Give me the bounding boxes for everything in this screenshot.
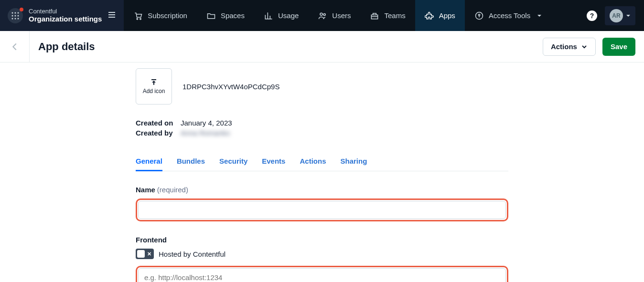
button-label: Actions <box>551 42 577 51</box>
meta-created-by: Created by Anna Romanko <box>136 129 508 137</box>
help-button[interactable]: ? <box>587 10 597 21</box>
nav-label: Usage <box>278 11 299 20</box>
teams-icon <box>370 11 379 21</box>
brand-text: Contentful Organization settings <box>29 8 102 24</box>
meta-value: Anna Romanko <box>181 129 230 137</box>
actions-dropdown-button[interactable]: Actions <box>543 38 596 56</box>
topbar-right: ? AR <box>587 6 644 25</box>
hosted-toggle[interactable]: ✕ <box>136 249 154 259</box>
back-button[interactable] <box>0 31 30 62</box>
svg-point-12 <box>137 18 138 19</box>
chevron-left-icon <box>10 42 20 52</box>
add-icon-button[interactable]: Add icon <box>136 68 172 104</box>
nav-spaces[interactable]: Spaces <box>197 0 254 31</box>
frontend-field-group: Frontend ✕ Hosted by Contentful Only req… <box>136 236 508 282</box>
app-id: 1DRPC3hvXYvtW4oPCdCp9S <box>182 83 279 91</box>
upload-icon <box>150 78 158 86</box>
menu-toggle-button[interactable] <box>107 10 116 21</box>
svg-point-14 <box>320 13 322 15</box>
name-field-group: Name (required) <box>136 186 508 221</box>
add-icon-label: Add icon <box>143 88 165 94</box>
users-icon <box>318 11 327 21</box>
svg-point-7 <box>15 18 16 19</box>
svg-point-6 <box>12 18 13 19</box>
save-button[interactable]: Save <box>602 38 635 56</box>
brand-line1: Contentful <box>29 8 102 15</box>
svg-point-15 <box>323 13 325 15</box>
chevron-down-icon <box>581 43 588 50</box>
toggle-knob <box>137 250 145 258</box>
app-header-row: Add icon 1DRPC3hvXYvtW4oPCdCp9S <box>136 68 508 104</box>
brand-line2: Organization settings <box>29 15 102 23</box>
chevron-down-icon <box>537 13 542 18</box>
label-text: Frontend <box>136 236 167 244</box>
cart-icon <box>133 11 143 21</box>
avatar: AR <box>610 9 623 22</box>
main-content: Add icon 1DRPC3hvXYvtW4oPCdCp9S Created … <box>136 63 508 282</box>
svg-point-13 <box>140 18 141 19</box>
hosted-label: Hosted by Contentful <box>159 250 225 258</box>
meta-label: Created on <box>136 119 177 127</box>
svg-point-3 <box>12 15 13 16</box>
nav-teams[interactable]: Teams <box>360 0 415 31</box>
chart-icon <box>264 11 273 21</box>
nav-items: Subscription Spaces Usage Users Teams Ap… <box>124 0 551 31</box>
tabs: General Bundles Security Events Actions … <box>136 151 508 171</box>
url-input-highlight <box>136 266 508 282</box>
button-label: Save <box>611 42 627 51</box>
name-input-highlight <box>136 198 508 221</box>
svg-point-8 <box>18 18 19 19</box>
meta-value: January 4, 2023 <box>181 119 232 127</box>
tab-events[interactable]: Events <box>262 151 285 171</box>
nav-label: Access Tools <box>489 11 530 20</box>
subheader: App details Actions Save <box>0 31 644 63</box>
nav-label: Spaces <box>221 11 245 20</box>
meta-created-on: Created on January 4, 2023 <box>136 119 508 127</box>
tab-general[interactable]: General <box>136 151 162 171</box>
svg-rect-16 <box>372 15 378 19</box>
frontend-url-input[interactable] <box>138 268 506 282</box>
key-icon <box>474 11 484 21</box>
nav-users[interactable]: Users <box>308 0 360 31</box>
nav-label: Teams <box>384 11 405 20</box>
page-title: App details <box>38 41 95 53</box>
required-indicator: (required) <box>157 186 188 194</box>
tab-security[interactable]: Security <box>219 151 247 171</box>
nav-subscription[interactable]: Subscription <box>124 0 197 31</box>
app-switcher-button[interactable] <box>8 8 23 23</box>
metadata: Created on January 4, 2023 Created by An… <box>136 119 508 137</box>
nav-label: Apps <box>439 11 455 20</box>
user-menu[interactable]: AR <box>605 6 635 25</box>
subheader-actions: Actions Save <box>543 38 644 56</box>
name-input[interactable] <box>138 201 506 219</box>
svg-point-1 <box>15 12 16 13</box>
puzzle-icon <box>425 11 434 21</box>
meta-label: Created by <box>136 129 177 137</box>
label-text: Name <box>136 186 155 194</box>
nav-apps[interactable]: Apps <box>415 0 465 31</box>
svg-point-18 <box>478 14 480 15</box>
hosted-toggle-row: ✕ Hosted by Contentful <box>136 249 508 259</box>
svg-point-4 <box>15 15 16 16</box>
nav-access-tools[interactable]: Access Tools <box>465 0 551 31</box>
tab-bundles[interactable]: Bundles <box>177 151 205 171</box>
svg-point-5 <box>18 15 19 16</box>
close-icon: ✕ <box>147 251 151 257</box>
chevron-down-icon <box>626 13 631 18</box>
tab-sharing[interactable]: Sharing <box>340 151 367 171</box>
svg-point-2 <box>18 12 19 13</box>
grid-icon <box>11 12 19 20</box>
svg-point-0 <box>12 12 13 13</box>
folder-icon <box>206 11 216 21</box>
top-navbar: Contentful Organization settings Subscri… <box>0 0 644 31</box>
nav-usage[interactable]: Usage <box>254 0 308 31</box>
nav-label: Users <box>332 11 351 20</box>
brand-area: Contentful Organization settings <box>0 0 124 31</box>
name-label: Name (required) <box>136 186 508 194</box>
nav-label: Subscription <box>148 11 187 20</box>
tab-actions[interactable]: Actions <box>300 151 326 171</box>
frontend-label: Frontend <box>136 236 508 244</box>
hamburger-icon <box>107 10 116 19</box>
